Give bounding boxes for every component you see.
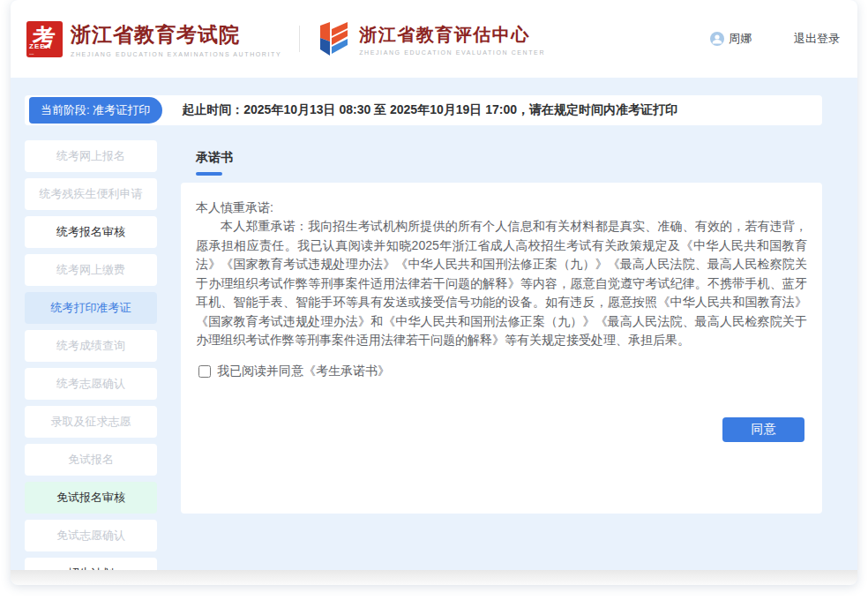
agree-checkbox-label[interactable]: 我已阅读并同意《考生承诺书》	[217, 364, 390, 379]
sidebar-item[interactable]: 免试报名审核	[25, 482, 157, 514]
promise-card: 本人慎重承诺: 本人郑重承诺：我向招生考试机构所提供的所有个人信息和有关材料都是…	[181, 183, 822, 514]
zeea-abbr: ZEEA	[29, 42, 51, 50]
sidebar-item[interactable]: 统考成绩查询	[25, 330, 157, 362]
sidebar-item[interactable]: 免试志愿确认	[25, 520, 157, 551]
tab-promise-letter[interactable]: 承诺书	[196, 149, 233, 176]
evaluation-center-subtitle: ZHEJIANG EDUCATION EVALUATION CENTER	[359, 49, 545, 56]
sidebar: 统考网上报名统考残疾生便利申请统考报名审核统考网上缴费统考打印准考证统考成绩查询…	[25, 140, 157, 585]
sidebar-item[interactable]: 统考残疾生便利申请	[25, 178, 157, 210]
window-bottom-edge	[11, 570, 857, 585]
sidebar-item[interactable]: 统考网上缴费	[25, 254, 157, 286]
evaluation-center-title: 浙江省教育评估中心	[359, 23, 545, 47]
evaluation-center-brand: 浙江省教育评估中心 ZHEJIANG EDUCATION EVALUATION …	[318, 20, 545, 57]
exam-authority-brand: 考 ZEEA ▪▪▪▪▪ 浙江省教育考试院 ZHEJIANG EDUCATION…	[26, 21, 281, 57]
promise-heading: 本人慎重承诺:	[196, 198, 807, 217]
stage-notice-text: 起止时间：2025年10月13日 08:30 至 2025年10月19日 17:…	[182, 102, 677, 118]
user-avatar-icon	[710, 32, 724, 46]
sidebar-item[interactable]: 统考报名审核	[25, 216, 157, 248]
main-panel: 承诺书 本人慎重承诺: 本人郑重承诺：我向招生考试机构所提供的所有个人信息和有关…	[181, 140, 822, 585]
sidebar-item[interactable]: 统考网上报名	[25, 140, 157, 172]
exam-authority-subtitle: ZHEJIANG EDUCATION EXAMINATIONS AUTHORIT…	[71, 51, 281, 57]
agree-button[interactable]: 同意	[722, 417, 804, 442]
exam-authority-logo: 考 ZEEA ▪▪▪▪▪	[26, 21, 63, 57]
logo-fineprint: ▪▪▪▪▪	[29, 53, 34, 55]
sidebar-item[interactable]: 统考志愿确认	[25, 368, 157, 400]
app-window: 考 ZEEA ▪▪▪▪▪ 浙江省教育考试院 ZHEJIANG EDUCATION…	[11, 0, 857, 585]
header-divider	[299, 26, 300, 52]
promise-body-text: 本人郑重承诺：我向招生考试机构所提供的所有个人信息和有关材料都是真实、准确、有效…	[196, 217, 807, 350]
stage-notice-bar: 当前阶段: 准考证打印 起止时间：2025年10月13日 08:30 至 202…	[25, 95, 822, 125]
tab-active-indicator	[196, 172, 222, 176]
tab-promise-letter-label: 承诺书	[196, 150, 233, 164]
user-name[interactable]: 周娜	[729, 31, 752, 47]
user-menu[interactable]: 周娜	[710, 31, 752, 47]
tabbar: 承诺书	[181, 140, 822, 183]
evaluation-center-logo	[318, 20, 351, 57]
logout-link[interactable]: 退出登录	[794, 31, 840, 47]
agree-checkbox[interactable]	[198, 365, 211, 378]
exam-authority-title: 浙江省教育考试院	[71, 21, 281, 49]
header: 考 ZEEA ▪▪▪▪▪ 浙江省教育考试院 ZHEJIANG EDUCATION…	[11, 0, 857, 78]
sidebar-item[interactable]: 统考打印准考证	[25, 292, 157, 324]
sidebar-item[interactable]: 免试报名	[25, 444, 157, 476]
sidebar-item[interactable]: 录取及征求志愿	[25, 406, 157, 438]
stage-badge: 当前阶段: 准考证打印	[29, 97, 162, 124]
